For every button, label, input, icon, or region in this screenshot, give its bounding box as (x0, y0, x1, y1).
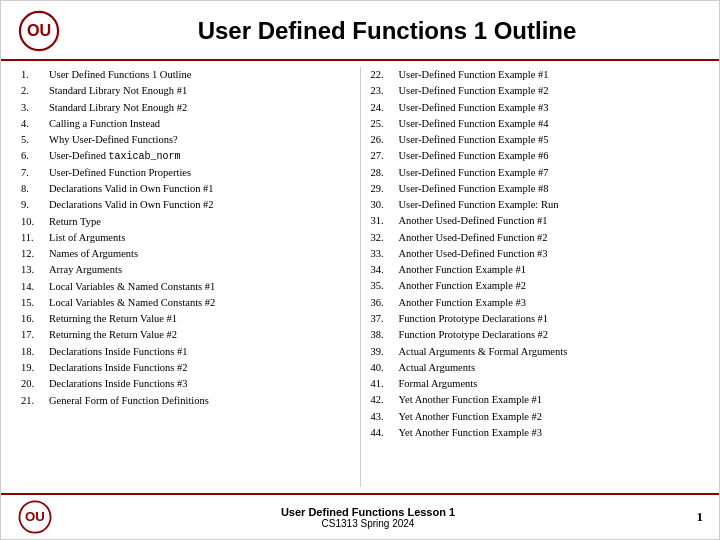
item-label: User-Defined Function Example #5 (399, 132, 700, 148)
list-item: 44.Yet Another Function Example #3 (371, 425, 700, 441)
list-item: 17.Returning the Return Value #2 (21, 327, 350, 343)
item-number: 13. (21, 262, 49, 278)
svg-text:OU: OU (27, 21, 51, 39)
list-item: 22.User-Defined Function Example #1 (371, 67, 700, 83)
item-number: 38. (371, 327, 399, 343)
item-number: 24. (371, 100, 399, 116)
list-item: 9.Declarations Valid in Own Function #2 (21, 197, 350, 213)
item-label: User-Defined Function Example #7 (399, 165, 700, 181)
list-item: 26.User-Defined Function Example #5 (371, 132, 700, 148)
item-number: 10. (21, 214, 49, 230)
item-number: 41. (371, 376, 399, 392)
item-number: 11. (21, 230, 49, 246)
list-item: 43.Yet Another Function Example #2 (371, 409, 700, 425)
item-number: 2. (21, 83, 49, 99)
list-item: 35.Another Function Example #2 (371, 278, 700, 294)
item-number: 27. (371, 148, 399, 164)
footer-semester: CS1313 Spring 2024 (63, 518, 673, 529)
list-item: 37.Function Prototype Declarations #1 (371, 311, 700, 327)
item-label: Standard Library Not Enough #2 (49, 100, 350, 116)
list-item: 3.Standard Library Not Enough #2 (21, 100, 350, 116)
item-number: 23. (371, 83, 399, 99)
item-number: 8. (21, 181, 49, 197)
list-item: 33.Another Used-Defined Function #3 (371, 246, 700, 262)
list-item: 5.Why User-Defined Functions? (21, 132, 350, 148)
item-number: 9. (21, 197, 49, 213)
list-item: 42.Yet Another Function Example #1 (371, 392, 700, 408)
item-number: 3. (21, 100, 49, 116)
item-label: User-Defined Function Example #8 (399, 181, 700, 197)
item-number: 15. (21, 295, 49, 311)
footer-course-title: User Defined Functions Lesson 1 (63, 506, 673, 518)
item-label: Function Prototype Declarations #2 (399, 327, 700, 343)
list-item: 38.Function Prototype Declarations #2 (371, 327, 700, 343)
item-number: 20. (21, 376, 49, 392)
list-item: 14.Local Variables & Named Constants #1 (21, 279, 350, 295)
item-number: 1. (21, 67, 49, 83)
item-label: List of Arguments (49, 230, 350, 246)
item-number: 4. (21, 116, 49, 132)
list-item: 31.Another Used-Defined Function #1 (371, 213, 700, 229)
item-number: 18. (21, 344, 49, 360)
item-label: Standard Library Not Enough #1 (49, 83, 350, 99)
list-item: 28.User-Defined Function Example #7 (371, 165, 700, 181)
list-item: 25.User-Defined Function Example #4 (371, 116, 700, 132)
item-label: Returning the Return Value #1 (49, 311, 350, 327)
item-number: 39. (371, 344, 399, 360)
list-item: 1.User Defined Functions 1 Outline (21, 67, 350, 83)
list-item: 2.Standard Library Not Enough #1 (21, 83, 350, 99)
item-label: User-Defined Function Example #6 (399, 148, 700, 164)
item-label: Local Variables & Named Constants #1 (49, 279, 350, 295)
item-number: 28. (371, 165, 399, 181)
list-item: 19.Declarations Inside Functions #2 (21, 360, 350, 376)
item-label: Why User-Defined Functions? (49, 132, 350, 148)
item-label: User Defined Functions 1 Outline (49, 67, 350, 83)
item-label: User-Defined Function Example #3 (399, 100, 700, 116)
list-item: 41.Formal Arguments (371, 376, 700, 392)
item-label: User-Defined Function Example: Run (399, 197, 700, 213)
list-item: 34.Another Function Example #1 (371, 262, 700, 278)
item-number: 37. (371, 311, 399, 327)
item-label: Returning the Return Value #2 (49, 327, 350, 343)
item-number: 5. (21, 132, 49, 148)
item-label: Actual Arguments & Formal Arguments (399, 344, 700, 360)
item-label: Declarations Valid in Own Function #1 (49, 181, 350, 197)
item-label: Function Prototype Declarations #1 (399, 311, 700, 327)
item-label: Declarations Valid in Own Function #2 (49, 197, 350, 213)
list-item: 15.Local Variables & Named Constants #2 (21, 295, 350, 311)
page-title: User Defined Functions 1 Outline (71, 17, 703, 45)
list-item: 30.User-Defined Function Example: Run (371, 197, 700, 213)
item-label: User-Defined Function Example #1 (399, 67, 700, 83)
item-label: Another Used-Defined Function #3 (399, 246, 700, 262)
item-label: Array Arguments (49, 262, 350, 278)
item-number: 40. (371, 360, 399, 376)
item-label: User-Defined Function Example #4 (399, 116, 700, 132)
item-number: 42. (371, 392, 399, 408)
list-item: 11.List of Arguments (21, 230, 350, 246)
list-item: 12.Names of Arguments (21, 246, 350, 262)
item-number: 16. (21, 311, 49, 327)
item-label: Return Type (49, 214, 350, 230)
item-number: 44. (371, 425, 399, 441)
list-item: 29.User-Defined Function Example #8 (371, 181, 700, 197)
item-label: User-Defined Function Example #2 (399, 83, 700, 99)
list-item: 6.User-Defined taxicab_norm (21, 148, 350, 165)
item-number: 43. (371, 409, 399, 425)
item-number: 12. (21, 246, 49, 262)
item-label: Declarations Inside Functions #2 (49, 360, 350, 376)
item-label: Another Function Example #2 (399, 278, 700, 294)
item-label: User-Defined Function Properties (49, 165, 350, 181)
item-label: General Form of Function Definitions (49, 393, 350, 409)
item-number: 29. (371, 181, 399, 197)
header-logo: OU (17, 9, 61, 53)
content-area: 1.User Defined Functions 1 Outline2.Stan… (1, 61, 719, 493)
item-label: Another Function Example #3 (399, 295, 700, 311)
list-item: 18.Declarations Inside Functions #1 (21, 344, 350, 360)
list-item: 23.User-Defined Function Example #2 (371, 83, 700, 99)
item-label: Formal Arguments (399, 376, 700, 392)
item-label: Another Used-Defined Function #1 (399, 213, 700, 229)
item-number: 19. (21, 360, 49, 376)
right-column: 22.User-Defined Function Example #123.Us… (361, 67, 700, 487)
footer: OU User Defined Functions Lesson 1 CS131… (1, 493, 719, 539)
item-number: 33. (371, 246, 399, 262)
